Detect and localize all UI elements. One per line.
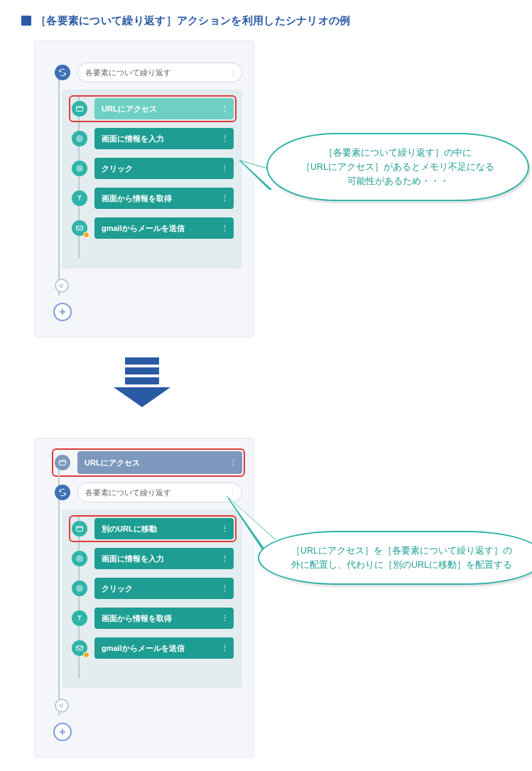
svg-point-15: [79, 558, 81, 560]
action-row: 画面に情報を入力⋮: [72, 128, 234, 149]
action-bar[interactable]: クリック⋮: [94, 578, 234, 599]
svg-rect-10: [125, 377, 159, 384]
browser-icon[interactable]: [72, 101, 87, 117]
loop-label-pill[interactable]: 各要素について繰り返す ⋮: [77, 63, 242, 82]
kebab-icon[interactable]: ⋮: [221, 224, 228, 233]
action-label: 別のURLに移動: [102, 524, 157, 534]
svg-rect-8: [125, 357, 159, 365]
heading-text: ［各要素について繰り返す］アクションを利用したシナリオの例: [36, 14, 351, 26]
svg-rect-5: [77, 226, 83, 230]
target-icon[interactable]: [72, 161, 87, 176]
action-bar[interactable]: クリック⋮: [94, 158, 234, 179]
svg-point-4: [79, 168, 81, 170]
kebab-icon[interactable]: ⋮: [221, 134, 228, 144]
top-action-row: URLにアクセス ⋮: [55, 451, 242, 474]
callout-text: ［各要素について繰り返す］の中に ［URLにアクセス］があるとメモリ不足になる …: [301, 148, 494, 186]
browser-icon[interactable]: [55, 455, 70, 470]
action-label: 画面に情報を入力: [102, 554, 164, 564]
mail-icon[interactable]: [72, 220, 87, 236]
warning-badge-icon: [83, 652, 89, 658]
loop-end: [55, 699, 242, 713]
action-list: 別のURLに移動⋮画面に情報を入力⋮クリック⋮画面から情報を取得⋮gmailから…: [70, 518, 234, 659]
scenario-panel-before: 各要素について繰り返す ⋮ URLにアクセス⋮画面に情報を入力⋮クリック⋮画面か…: [34, 41, 254, 338]
svg-point-1: [77, 136, 82, 141]
loop-end: [55, 279, 242, 293]
loop-body: URLにアクセス⋮画面に情報を入力⋮クリック⋮画面から情報を取得⋮gmailから…: [62, 90, 242, 269]
add-step-button[interactable]: +: [53, 723, 72, 741]
kebab-icon[interactable]: ⋮: [229, 68, 236, 77]
action-row: URLにアクセス⋮: [72, 98, 234, 119]
action-bar[interactable]: gmailからメールを送信⋮: [94, 217, 234, 239]
svg-marker-11: [114, 387, 170, 407]
kebab-icon[interactable]: ⋮: [221, 644, 228, 653]
flow-line: [58, 68, 60, 296]
svg-point-16: [77, 586, 82, 591]
kebab-icon[interactable]: ⋮: [221, 584, 228, 593]
action-bar[interactable]: 別のURLに移動⋮: [94, 518, 234, 539]
action-row: 別のURLに移動⋮: [72, 518, 234, 539]
loop-icon[interactable]: [55, 485, 70, 500]
transform-arrow-icon: [114, 357, 170, 407]
heading-bullet-icon: [21, 16, 31, 26]
section-heading: ［各要素について繰り返す］アクションを利用したシナリオの例: [21, 14, 511, 28]
action-label: URLにアクセス: [85, 458, 140, 468]
action-row: gmailからメールを送信⋮: [72, 217, 234, 239]
text-icon[interactable]: [72, 610, 87, 626]
add-step-button[interactable]: +: [53, 303, 72, 321]
callout-before: ［各要素について繰り返す］の中に ［URLにアクセス］があるとメモリ不足になる …: [266, 133, 529, 201]
action-row: 画面から情報を取得⋮: [72, 608, 234, 629]
loop-body: 別のURLに移動⋮画面に情報を入力⋮クリック⋮画面から情報を取得⋮gmailから…: [62, 509, 242, 689]
action-row: 画面に情報を入力⋮: [72, 548, 234, 569]
loop-header-row: 各要素について繰り返す ⋮: [55, 63, 242, 82]
return-icon[interactable]: [55, 279, 69, 293]
kebab-icon[interactable]: ⋮: [229, 458, 237, 468]
action-bar[interactable]: 画面に情報を入力⋮: [94, 548, 234, 569]
svg-point-2: [79, 138, 81, 140]
loop-label: 各要素について繰り返す: [85, 68, 171, 78]
loop-header-row: 各要素について繰り返す ⋮: [55, 482, 242, 502]
action-bar[interactable]: URLにアクセス⋮: [94, 98, 234, 119]
svg-rect-9: [125, 367, 159, 374]
return-icon[interactable]: [55, 699, 69, 713]
loop-label: 各要素について繰り返す: [85, 487, 171, 498]
action-bar[interactable]: 画面に情報を入力⋮: [94, 128, 234, 149]
action-bar[interactable]: 画面から情報を取得⋮: [94, 188, 234, 209]
text-icon[interactable]: [72, 190, 87, 206]
action-row: gmailからメールを送信⋮: [72, 637, 234, 659]
svg-point-17: [79, 588, 81, 590]
browser-icon[interactable]: [72, 521, 87, 537]
action-label: 画面から情報を取得: [102, 613, 172, 624]
svg-rect-12: [60, 460, 66, 465]
svg-point-3: [77, 166, 82, 171]
action-bar[interactable]: URLにアクセス ⋮: [77, 451, 242, 474]
kebab-icon[interactable]: ⋮: [221, 164, 228, 173]
action-row: 画面から情報を取得⋮: [72, 188, 234, 209]
target-icon[interactable]: [72, 131, 87, 146]
loop-label-pill[interactable]: 各要素について繰り返す ⋮: [77, 482, 242, 502]
action-bar[interactable]: gmailからメールを送信⋮: [94, 637, 234, 659]
scenario-panel-after: URLにアクセス ⋮ 各要素について繰り返す ⋮ 別のURLに移動⋮画面に情報を…: [34, 438, 254, 757]
target-icon[interactable]: [72, 581, 87, 596]
action-label: クリック: [102, 163, 133, 174]
mail-icon[interactable]: [72, 640, 87, 656]
action-label: gmailからメールを送信: [102, 223, 185, 234]
callout-after: ［URLにアクセス］を［各要素について繰り返す］の 外に配置し、代わりに［別のU…: [258, 531, 532, 585]
action-list: URLにアクセス⋮画面に情報を入力⋮クリック⋮画面から情報を取得⋮gmailから…: [70, 98, 234, 239]
action-bar[interactable]: 画面から情報を取得⋮: [94, 608, 234, 629]
action-label: 画面に情報を入力: [102, 134, 164, 144]
kebab-icon[interactable]: ⋮: [221, 194, 228, 203]
svg-rect-0: [77, 107, 83, 112]
kebab-icon[interactable]: ⋮: [221, 614, 228, 623]
target-icon[interactable]: [72, 551, 87, 566]
action-label: 画面から情報を取得: [102, 193, 172, 204]
warning-badge-icon: [83, 232, 89, 238]
loop-icon[interactable]: [55, 65, 70, 80]
svg-rect-18: [77, 646, 83, 650]
action-row: クリック⋮: [72, 158, 234, 179]
callout-text: ［URLにアクセス］を［各要素について繰り返す］の 外に配置し、代わりに［別のU…: [291, 546, 512, 570]
kebab-icon[interactable]: ⋮: [221, 104, 228, 114]
action-label: クリック: [102, 583, 133, 594]
svg-point-14: [77, 556, 82, 561]
action-label: gmailからメールを送信: [102, 643, 185, 654]
svg-rect-13: [77, 527, 83, 532]
